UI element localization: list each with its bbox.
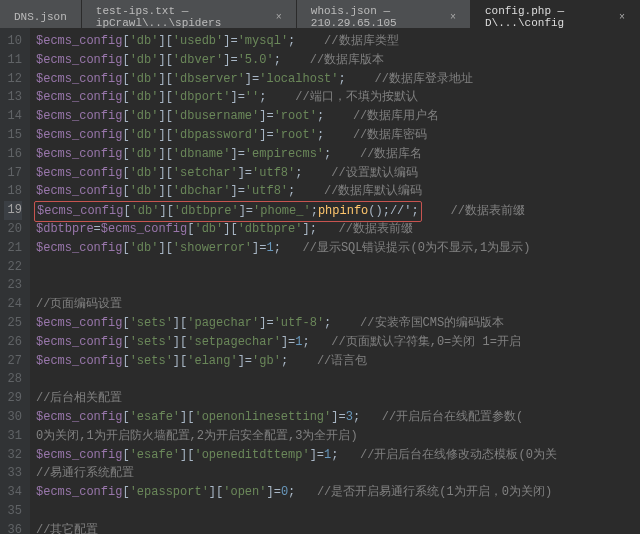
code-line[interactable]: $ecms_config['sets']['setpagechar']=1; /… <box>36 333 562 352</box>
code-line[interactable]: $ecms_config['db']['dbserver']='localhos… <box>36 70 562 89</box>
code-line[interactable]: $ecms_config['db']['dbchar']='utf8'; //数… <box>36 182 562 201</box>
close-icon[interactable]: × <box>450 12 456 23</box>
line-number: 12 <box>4 70 22 89</box>
code-area[interactable]: $ecms_config['db']['usedb']='mysql'; //数… <box>30 28 562 534</box>
line-number: 26 <box>4 333 22 352</box>
code-line[interactable]: //其它配置 <box>36 521 562 534</box>
tab-label: whois.json — 210.29.65.105 <box>311 5 440 29</box>
editor-tabs: DNS.json test-ips.txt — ipCrawl\...\spid… <box>0 0 640 28</box>
code-line[interactable]: //页面编码设置 <box>36 295 562 314</box>
line-number: 24 <box>4 295 22 314</box>
line-number: 34 <box>4 483 22 502</box>
line-number: 22 <box>4 258 22 277</box>
code-line[interactable]: $ecms_config['sets']['pagechar']='utf-8'… <box>36 314 562 333</box>
line-number: 23 <box>4 276 22 295</box>
tab-config-php[interactable]: config.php — D\...\config × <box>471 0 640 28</box>
code-line[interactable] <box>36 276 562 295</box>
code-line[interactable]: $ecms_config['db']['dbname']='empirecms'… <box>36 145 562 164</box>
close-icon[interactable]: × <box>619 12 625 23</box>
code-line[interactable]: $ecms_config['db']['setchar']='utf8'; //… <box>36 164 562 183</box>
line-number: 21 <box>4 239 22 258</box>
code-line[interactable]: $ecms_config['db']['dbpassword']='root';… <box>36 126 562 145</box>
line-number: 16 <box>4 145 22 164</box>
line-number: 10 <box>4 32 22 51</box>
code-line[interactable]: //后台相关配置 <box>36 389 562 408</box>
code-line[interactable] <box>36 370 562 389</box>
code-line[interactable]: $ecms_config['sets']['elang']='gb'; //语言… <box>36 352 562 371</box>
code-line[interactable]: $ecms_config['db']['dbtbpre']='phome_';p… <box>36 201 562 220</box>
line-number: 36 <box>4 521 22 534</box>
line-number: 14 <box>4 107 22 126</box>
code-line[interactable]: 0为关闭,1为开启防火墙配置,2为开启安全配置,3为全开启) <box>36 427 562 446</box>
line-number: 19 <box>4 201 22 220</box>
line-number: 30 <box>4 408 22 427</box>
code-line[interactable]: $ecms_config['db']['dbport']=''; //端口，不填… <box>36 88 562 107</box>
code-line[interactable]: $ecms_config['db']['dbusername']='root';… <box>36 107 562 126</box>
line-number: 32 <box>4 446 22 465</box>
tab-label: test-ips.txt — ipCrawl\...\spiders <box>96 5 266 29</box>
code-line[interactable]: $ecms_config['epassport']['open']=0; //是… <box>36 483 562 502</box>
tab-whois-json[interactable]: whois.json — 210.29.65.105 × <box>297 0 471 28</box>
close-icon[interactable]: × <box>276 12 282 23</box>
code-line[interactable] <box>36 502 562 521</box>
code-line[interactable]: //易通行系统配置 <box>36 464 562 483</box>
line-number: 20 <box>4 220 22 239</box>
tab-label: DNS.json <box>14 11 67 23</box>
line-number: 33 <box>4 464 22 483</box>
code-line[interactable]: $ecms_config['db']['dbver']='5.0'; //数据库… <box>36 51 562 70</box>
tab-label: config.php — D\...\config <box>485 5 609 29</box>
line-number: 11 <box>4 51 22 70</box>
line-number: 18 <box>4 182 22 201</box>
line-number: 28 <box>4 370 22 389</box>
code-line[interactable]: $ecms_config['esafe']['openeditdttemp']=… <box>36 446 562 465</box>
line-number: 29 <box>4 389 22 408</box>
line-number: 35 <box>4 502 22 521</box>
tab-dns-json[interactable]: DNS.json <box>0 0 82 28</box>
line-number: 25 <box>4 314 22 333</box>
line-number: 13 <box>4 88 22 107</box>
tab-test-ips[interactable]: test-ips.txt — ipCrawl\...\spiders × <box>82 0 297 28</box>
line-number: 17 <box>4 164 22 183</box>
line-number: 31 <box>4 427 22 446</box>
code-line[interactable]: $ecms_config['db']['showerror']=1; //显示S… <box>36 239 562 258</box>
code-line[interactable]: $dbtbpre=$ecms_config['db']['dbtbpre']; … <box>36 220 562 239</box>
code-line[interactable]: $ecms_config['db']['usedb']='mysql'; //数… <box>36 32 562 51</box>
code-line[interactable]: $ecms_config['esafe']['openonlinesetting… <box>36 408 562 427</box>
code-line[interactable] <box>36 258 562 277</box>
line-number: 27 <box>4 352 22 371</box>
code-editor[interactable]: 1011121314151617181920212223242526272829… <box>0 28 640 534</box>
line-gutter: 1011121314151617181920212223242526272829… <box>0 28 30 534</box>
line-number: 15 <box>4 126 22 145</box>
